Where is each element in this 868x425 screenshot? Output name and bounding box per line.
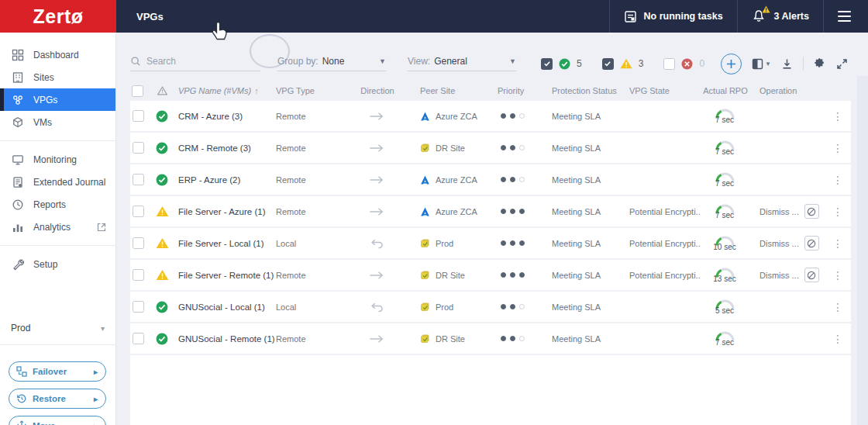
column-header-vpg-type[interactable]: VPG Type bbox=[274, 86, 347, 95]
column-header-direction[interactable]: Direction bbox=[347, 86, 418, 95]
sidebar-item-monitoring[interactable]: Monitoring bbox=[0, 148, 115, 171]
vpg-name-link[interactable]: GNUSocial - Local (1) bbox=[177, 302, 274, 312]
filter-error[interactable]: 0 bbox=[663, 58, 704, 70]
sidebar-item-reports[interactable]: Reports bbox=[0, 193, 115, 216]
sidebar-item-extended-journal[interactable]: Extended Journal bbox=[0, 171, 115, 193]
dismiss-operation-button[interactable] bbox=[804, 268, 819, 282]
row-menu-button[interactable]: ⋮ bbox=[823, 206, 851, 218]
column-header-protection-status[interactable]: Protection Status bbox=[550, 86, 628, 95]
group-by-value: None bbox=[322, 56, 345, 67]
row-menu-button[interactable]: ⋮ bbox=[823, 269, 851, 282]
vcenter-icon bbox=[420, 302, 430, 312]
table-row[interactable]: CRM - Remote (3) Remote DR Site Meeting … bbox=[130, 133, 851, 164]
table-row[interactable]: GNUSocial - Remote (1) Remote DR Site Me… bbox=[130, 323, 851, 355]
sidebar-item-dashboard[interactable]: Dashboard bbox=[0, 43, 115, 66]
sidebar-item-label: Sites bbox=[33, 72, 54, 83]
column-header-actual-rpo[interactable]: Actual RPO bbox=[701, 86, 758, 95]
row-checkbox[interactable] bbox=[133, 301, 144, 313]
column-header-priority[interactable]: Priority bbox=[496, 86, 550, 95]
sidebar-item-vms[interactable]: VMs bbox=[0, 111, 115, 133]
hamburger-menu-button[interactable] bbox=[823, 0, 868, 33]
running-tasks-button[interactable]: No running tasks bbox=[609, 0, 737, 33]
actual-rpo-cell: 5 sec bbox=[701, 299, 758, 315]
actual-rpo-cell: 7 sec bbox=[701, 203, 758, 219]
table-row[interactable]: CRM - Azure (3) Remote Azure ZCA Meeting… bbox=[130, 101, 851, 133]
table-toolbar: Group by: None ▼ View: General ▼ 5 3 bbox=[130, 51, 848, 76]
sidebar-item-label: Extended Journal bbox=[33, 177, 105, 188]
sidebar-item-setup[interactable]: Setup bbox=[0, 253, 115, 275]
table-row[interactable]: File Server - Local (1) Local Prod Meeti… bbox=[130, 228, 851, 260]
peer-site-label: DR Site bbox=[436, 334, 465, 344]
filter-ok-checkbox[interactable] bbox=[541, 58, 553, 70]
column-header-operation[interactable]: Operation bbox=[758, 86, 823, 95]
vpg-name-link[interactable]: File Server - Azure (1) bbox=[177, 207, 274, 216]
new-vpg-button[interactable] bbox=[721, 54, 742, 74]
zerto-logo[interactable]: Zertø bbox=[0, 0, 116, 33]
settings-gear-button[interactable] bbox=[814, 57, 826, 70]
filter-warning[interactable]: 3 bbox=[602, 58, 644, 70]
group-by-dropdown[interactable]: Group by: None ▼ bbox=[277, 56, 386, 71]
vpg-name-link[interactable]: File Server - Remote (1) bbox=[177, 271, 274, 280]
filter-ok[interactable]: 5 bbox=[541, 58, 582, 70]
table-row[interactable]: File Server - Remote (1) Remote DR Site … bbox=[130, 260, 851, 292]
row-checkbox[interactable] bbox=[133, 206, 144, 217]
dismiss-operation-button[interactable] bbox=[804, 236, 819, 251]
protection-status-cell: Meeting SLA bbox=[550, 302, 628, 312]
restore-button[interactable]: Restore ▸ bbox=[9, 389, 106, 409]
peer-site-cell: Prod bbox=[418, 302, 496, 312]
failover-button[interactable]: Failover ▸ bbox=[9, 361, 106, 382]
sidebar-item-vpgs[interactable]: VPGs bbox=[0, 88, 115, 111]
peer-site-label: Azure ZCA bbox=[436, 207, 477, 216]
vpg-type-cell: Remote bbox=[274, 271, 347, 280]
sidebar-item-sites[interactable]: Sites bbox=[0, 66, 115, 88]
dismiss-operation-button[interactable] bbox=[804, 204, 819, 219]
row-menu-button[interactable]: ⋮ bbox=[823, 174, 851, 186]
table-row[interactable]: ERP - Azure (2) Remote Azure ZCA Meeting… bbox=[130, 164, 851, 196]
actual-rpo-cell: 7 sec bbox=[701, 140, 758, 156]
row-checkbox[interactable] bbox=[133, 237, 144, 249]
top-bar: Zertø VPGs No running tasks 3 Alerts bbox=[0, 0, 868, 33]
row-menu-button[interactable]: ⋮ bbox=[823, 142, 851, 154]
vcenter-icon bbox=[420, 238, 430, 248]
row-checkbox[interactable] bbox=[133, 110, 144, 122]
arrow-right-icon bbox=[369, 174, 384, 185]
vpg-name-link[interactable]: CRM - Remote (3) bbox=[177, 143, 274, 153]
filter-warning-checkbox[interactable] bbox=[602, 58, 614, 70]
direction-cell bbox=[347, 302, 418, 313]
vpg-name-link[interactable]: File Server - Local (1) bbox=[177, 239, 274, 248]
column-header-vpg-state[interactable]: VPG State bbox=[628, 86, 701, 95]
column-header-peer-site[interactable]: Peer Site bbox=[418, 86, 496, 95]
row-checkbox[interactable] bbox=[133, 333, 144, 344]
table-header: VPG Name (#VMs)↑ VPG Type Direction Peer… bbox=[130, 81, 851, 101]
row-checkbox[interactable] bbox=[133, 142, 144, 154]
row-checkbox[interactable] bbox=[133, 174, 144, 185]
search-input[interactable] bbox=[146, 56, 247, 67]
search-box[interactable] bbox=[130, 56, 260, 71]
filter-error-checkbox[interactable] bbox=[663, 58, 675, 70]
alerts-button[interactable]: 3 Alerts bbox=[737, 0, 823, 33]
row-menu-button[interactable]: ⋮ bbox=[823, 333, 851, 345]
azure-icon bbox=[420, 175, 430, 185]
peer-site-cell: Azure ZCA bbox=[418, 175, 496, 185]
row-checkbox[interactable] bbox=[133, 269, 144, 281]
row-menu-button[interactable]: ⋮ bbox=[823, 237, 851, 250]
column-header-vpg-name[interactable]: VPG Name (#VMs)↑ bbox=[177, 86, 274, 95]
table-row[interactable]: File Server - Azure (1) Remote Azure ZCA… bbox=[130, 196, 851, 228]
scrollbar-track[interactable] bbox=[857, 76, 868, 425]
table-row[interactable]: GNUSocial - Local (1) Local Prod Meeting… bbox=[130, 292, 851, 323]
select-all-checkbox[interactable] bbox=[132, 85, 143, 97]
fullscreen-button[interactable] bbox=[836, 58, 848, 70]
row-menu-button[interactable]: ⋮ bbox=[823, 301, 851, 313]
move-button[interactable]: Move ▸ bbox=[9, 416, 106, 425]
arrow-right-icon bbox=[369, 333, 384, 344]
row-menu-button[interactable]: ⋮ bbox=[823, 110, 851, 123]
export-button[interactable] bbox=[781, 58, 793, 70]
vpg-name-link[interactable]: ERP - Azure (2) bbox=[177, 175, 274, 185]
view-dropdown[interactable]: View: General ▼ bbox=[408, 56, 516, 71]
column-settings-button[interactable]: ▼ bbox=[752, 58, 771, 70]
move-icon bbox=[16, 420, 27, 425]
vpg-name-link[interactable]: CRM - Azure (3) bbox=[177, 112, 274, 121]
sidebar-item-analytics[interactable]: Analytics bbox=[0, 216, 115, 238]
vpg-name-link[interactable]: GNUSocial - Remote (1) bbox=[177, 334, 274, 344]
site-selector-dropdown[interactable]: Prod ▾ bbox=[0, 320, 115, 337]
